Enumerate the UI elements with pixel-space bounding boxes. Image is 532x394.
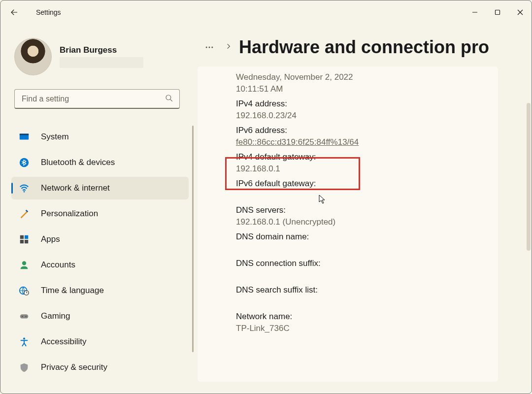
- sidebar-item-accessibility[interactable]: Accessibility: [11, 330, 189, 353]
- network-name-row: Network name: TP-Link_736C: [236, 312, 484, 333]
- page-title: Hardware and connection pro: [239, 37, 489, 58]
- sidebar-item-system[interactable]: System: [11, 126, 189, 148]
- ipv4-gateway-row: IPv4 default gateway: 192.168.0.1: [236, 152, 484, 174]
- sidebar-item-network[interactable]: Network & internet: [11, 177, 189, 199]
- nav: System Bluetooth & devices Network & int…: [0, 126, 194, 379]
- minimize-icon: [472, 9, 478, 15]
- back-button[interactable]: [4, 2, 24, 22]
- sidebar-item-label: Bluetooth & devices: [41, 158, 115, 167]
- avatar: [14, 38, 52, 75]
- ipv4-gateway-value: 192.168.0.1: [236, 164, 484, 174]
- sidebar-item-label: Gaming: [41, 311, 70, 321]
- sidebar-item-privacy[interactable]: Privacy & security: [11, 356, 189, 379]
- close-button[interactable]: [509, 4, 532, 20]
- svg-point-15: [22, 261, 26, 265]
- search-input[interactable]: [21, 94, 165, 104]
- page-scrollbar[interactable]: [527, 103, 531, 251]
- ipv6-address-link[interactable]: fe80::86cc:d319:6f25:84ff%13/64: [236, 137, 359, 147]
- svg-point-21: [22, 316, 23, 317]
- page-head: Hardware and connection pro: [198, 24, 532, 59]
- sidebar-item-apps[interactable]: Apps: [11, 228, 189, 251]
- sidebar-item-label: Network & internet: [41, 183, 110, 193]
- body: Brian Burgess System: [0, 24, 532, 394]
- wifi-icon: [18, 182, 30, 194]
- dns-conn-suffix-row: DNS connection suffix:: [236, 259, 484, 280]
- ipv4-address-row: IPv4 address: 192.168.0.23/24: [236, 99, 484, 121]
- sidebar-item-accounts[interactable]: Accounts: [11, 254, 189, 276]
- arrow-left-icon: [10, 8, 19, 17]
- timestamp-date: Wednesday, November 2, 2022: [236, 72, 484, 82]
- content-panel: Wednesday, November 2, 2022 10:11:51 AM …: [198, 66, 498, 382]
- paintbrush-icon: [18, 208, 30, 220]
- user-block[interactable]: Brian Burgess: [0, 24, 194, 75]
- ipv6-address-row: IPv6 address: fe80::86cc:d319:6f25:84ff%…: [236, 126, 484, 147]
- bluetooth-icon: [18, 157, 30, 168]
- content-inner: Wednesday, November 2, 2022 10:11:51 AM …: [198, 66, 498, 333]
- shield-icon: [18, 361, 30, 373]
- user-email-redacted: [60, 57, 143, 68]
- svg-rect-12: [25, 235, 28, 239]
- dns-search-label: DNS search suffix list:: [236, 285, 484, 295]
- globe-clock-icon: [18, 285, 30, 296]
- dns-servers-label: DNS servers:: [236, 205, 484, 215]
- search-wrap: [14, 89, 180, 109]
- sidebar-item-time[interactable]: Time & language: [11, 279, 189, 302]
- svg-rect-20: [20, 314, 29, 318]
- sidebar-item-bluetooth[interactable]: Bluetooth & devices: [11, 151, 189, 174]
- minimize-button[interactable]: [464, 4, 486, 20]
- timestamp-block: Wednesday, November 2, 2022 10:11:51 AM: [236, 72, 484, 94]
- svg-point-17: [24, 291, 29, 295]
- sidebar-item-label: System: [41, 132, 69, 142]
- ipv6-gateway-value: [236, 191, 484, 200]
- maximize-icon: [495, 9, 500, 15]
- ipv6-address-label: IPv6 address:: [236, 126, 484, 135]
- apps-icon: [18, 233, 30, 245]
- timestamp-time: 10:11:51 AM: [236, 84, 484, 94]
- svg-point-26: [211, 47, 213, 48]
- svg-rect-2: [496, 10, 500, 15]
- search-box[interactable]: [14, 89, 180, 109]
- sidebar-item-label: Accessibility: [41, 337, 87, 347]
- network-name-value: TP-Link_736C: [236, 324, 484, 333]
- dns-domain-value: [236, 244, 484, 254]
- titlebar: Settings: [0, 0, 532, 24]
- svg-rect-11: [20, 235, 24, 239]
- ipv4-address-value: 192.168.0.23/24: [236, 111, 484, 121]
- svg-rect-8: [20, 134, 29, 135]
- sidebar-item-label: Time & language: [41, 286, 104, 296]
- svg-point-10: [24, 191, 25, 193]
- svg-point-22: [25, 316, 26, 317]
- ellipsis-icon: [204, 42, 214, 52]
- chevron-right-icon: [225, 43, 232, 52]
- window-controls: [464, 4, 532, 20]
- dns-search-row: DNS search suffix list:: [236, 285, 484, 307]
- dns-domain-label: DNS domain name:: [236, 232, 484, 242]
- svg-point-24: [206, 47, 207, 48]
- accessibility-icon: [18, 336, 30, 348]
- ipv6-gateway-row: IPv6 default gateway:: [236, 179, 484, 200]
- close-icon: [517, 9, 523, 15]
- ipv6-gateway-label: IPv6 default gateway:: [236, 179, 484, 189]
- dns-domain-row: DNS domain name:: [236, 232, 484, 254]
- breadcrumb-ellipsis[interactable]: [200, 38, 218, 56]
- search-icon[interactable]: [165, 94, 173, 104]
- dns-servers-value: 192.168.0.1 (Unencrypted): [236, 217, 484, 227]
- app-title: Settings: [36, 8, 61, 16]
- sidebar-item-label: Privacy & security: [41, 362, 107, 372]
- sidebar-item-gaming[interactable]: Gaming: [11, 305, 189, 328]
- ipv4-address-label: IPv4 address:: [236, 99, 484, 109]
- nav-scrollbar[interactable]: [192, 126, 194, 352]
- sidebar-item-label: Accounts: [41, 260, 75, 270]
- person-icon: [18, 259, 30, 271]
- network-name-label: Network name:: [236, 312, 484, 322]
- sidebar-item-personalization[interactable]: Personalization: [11, 202, 189, 225]
- maximize-button[interactable]: [486, 4, 509, 20]
- main: Hardware and connection pro Wednesday, N…: [198, 24, 532, 394]
- svg-point-25: [209, 47, 210, 48]
- svg-point-23: [23, 338, 25, 340]
- ipv6-address-value: fe80::86cc:d319:6f25:84ff%13/64: [236, 137, 484, 147]
- svg-line-6: [170, 99, 172, 101]
- user-name: Brian Burgess: [60, 45, 143, 55]
- dns-servers-row: DNS servers: 192.168.0.1 (Unencrypted): [236, 205, 484, 227]
- dns-search-value: [236, 297, 484, 307]
